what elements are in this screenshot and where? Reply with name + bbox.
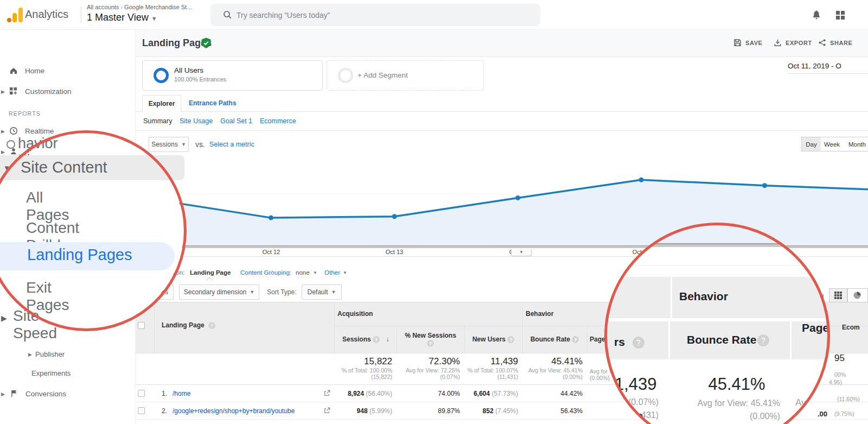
add-segment-button[interactable]: + Add Segment [327,60,484,91]
subtab-goal-set-1[interactable]: Goal Set 1 [220,117,252,125]
help-icon[interactable]: ? [373,336,380,343]
tabs-row: Explorer Entrance Paths [136,95,868,112]
totals-sessions: 15,822 % of Total: 100.00% (15,822) [327,356,392,380]
help-icon[interactable]: ? [208,322,215,329]
metric-selector[interactable]: Sessions ▼ [149,137,189,152]
subtab-summary[interactable]: Summary [143,117,172,125]
row-number: 2. [162,407,167,415]
subtab-site-usage[interactable]: Site Usage [180,117,213,125]
granularity-week-button[interactable]: Week [821,137,844,151]
totals-sub: (0.00%) [518,374,583,380]
apps-grid-icon[interactable] [835,10,845,20]
secondary-dimension-button[interactable]: Secondary dimension ▼ [179,284,259,300]
cell-pct: (5.99%) [369,407,392,415]
cell-new-users: 852 (7.45%) [453,407,518,415]
search-placeholder: Try searching “Users today” [237,11,330,20]
table-grid-icon [834,291,843,300]
reports-section-label: REPORTS [9,110,41,117]
sidebar-item-conversions[interactable]: ▶ Conversions [0,387,136,403]
cell-value: 852 [483,407,494,415]
select-a-metric-label: Select a metric [209,141,254,148]
help-icon[interactable]: ? [572,336,579,343]
group-header-behavior: Behavior [526,310,553,318]
add-segment-circle-icon [338,68,353,83]
customization-icon [9,86,18,96]
header-divider [81,7,81,23]
expand-chevron-icon: ▶ [1,129,5,134]
totals-value: 15,822 [327,356,392,367]
breadcrumb[interactable]: All accounts › Google Merchandise St… [87,4,193,10]
table-view-button[interactable] [829,288,847,302]
granularity-label: Week [824,141,840,148]
select-a-metric-link[interactable]: Select a metric [209,141,254,148]
breadcrumb-root[interactable]: All accounts [87,4,119,10]
tab-label: Explorer [149,100,175,107]
sidebar-item-home[interactable]: Home [0,64,136,80]
conversions-flag-icon [9,389,19,398]
chevron-down-icon: ▼ [181,142,186,147]
content-grouping-link[interactable]: Content Grouping: [240,269,291,276]
date-range-selector[interactable]: Oct 11, 2019 - O [788,60,868,74]
segment-name: All Users [174,66,203,74]
search-bar[interactable]: Try searching “Users today” [210,4,540,26]
metric-label: Sessions [151,141,178,148]
other-dimension-link[interactable]: Other [324,269,340,276]
landing-page-link[interactable]: /home [173,390,190,397]
export-button[interactable]: EXPORT [774,39,812,47]
landing-page-header-cell[interactable]: Landing Page ? [136,302,334,353]
granularity-month-button[interactable]: Month [843,137,868,151]
chevron-down-icon: ▼ [151,15,157,22]
realtime-clock-icon [9,126,18,136]
sort-type-value: Default [308,288,328,296]
subtabs-row: Summary Site Usage Goal Set 1 Ecommerce [136,112,868,131]
subtab-ecommerce[interactable]: Ecommerce [260,117,296,125]
granularity-day-button[interactable]: Day [801,137,821,151]
row-checkbox[interactable] [138,407,145,414]
behavior-flow-icon-fragment [7,140,15,149]
sidebar-item-customization[interactable]: ▶ Customization [0,85,136,101]
col-header-ecommerce[interactable]: Ecom [842,324,868,331]
primary-dimension-value[interactable]: Landing Page [190,269,231,276]
sort-type-select[interactable]: Default ▼ [302,284,342,300]
cell-new-users: 6,604 (57.73%) [453,390,518,397]
analytics-logo-icon[interactable] [7,7,23,23]
expand-chevron-icon: ▶ [1,89,5,94]
chart-expand-notch[interactable]: ▼ [511,249,532,256]
segment-all-users[interactable]: All Users 100.00% Entrances [142,60,323,91]
save-button[interactable]: SAVE [733,39,763,47]
share-button[interactable]: SHARE [818,39,853,47]
totals-value: 72.30% [395,356,460,367]
cell-pct: (7.45%) [495,407,518,415]
totals-sub: Avg for View: 45.41% [518,367,583,374]
select-all-checkbox[interactable] [138,322,145,329]
sidebar-item-label: Home [25,67,44,75]
cell-new-sessions: 74.00% [395,390,460,397]
landing-page-link[interactable]: /google+redesign/shop+by+brand/youtube [173,407,295,415]
col-label: New Users [473,336,506,343]
view-selector[interactable]: 1 Master View ▼ [87,12,157,23]
totals-sub: Avg for View: 72.25% [395,367,460,374]
cell-new-sessions: 89.87% [395,407,460,415]
tab-entrance-paths[interactable]: Entrance Paths [189,99,236,107]
cell-value: 44.42% [560,390,583,397]
sidebar-item-label: Conversions [25,390,66,398]
chevron-down-icon: ▼ [250,289,254,295]
help-icon[interactable]: ? [427,340,434,347]
col-header-new-users[interactable]: New Users ? [464,336,522,343]
col-header-new-sessions[interactable]: % New Sessions ? [397,332,464,347]
tab-explorer[interactable]: Explorer [142,95,181,112]
granularity-label: Day [806,141,816,148]
granularity-label: Month [848,141,866,148]
percentage-view-button[interactable] [847,288,868,302]
sidebar-item-experiments[interactable]: Experiments [0,368,136,382]
notifications-bell-icon[interactable] [810,9,822,21]
col-header-bounce-rate[interactable]: Bounce Rate ? [522,336,587,343]
ecom-row2-pct-fragment: (9.75%) [834,410,854,417]
col-header-sessions[interactable]: Sessions ? ↓ [342,336,397,343]
row-checkbox[interactable] [138,390,145,397]
verified-shield-icon [201,37,212,49]
breadcrumb-current[interactable]: Google Merchandise St… [124,4,193,10]
content-grouping-value[interactable]: none [296,269,310,276]
help-icon[interactable]: ? [507,336,514,343]
sidebar-item-publisher[interactable]: ▶ Publisher [0,349,136,363]
